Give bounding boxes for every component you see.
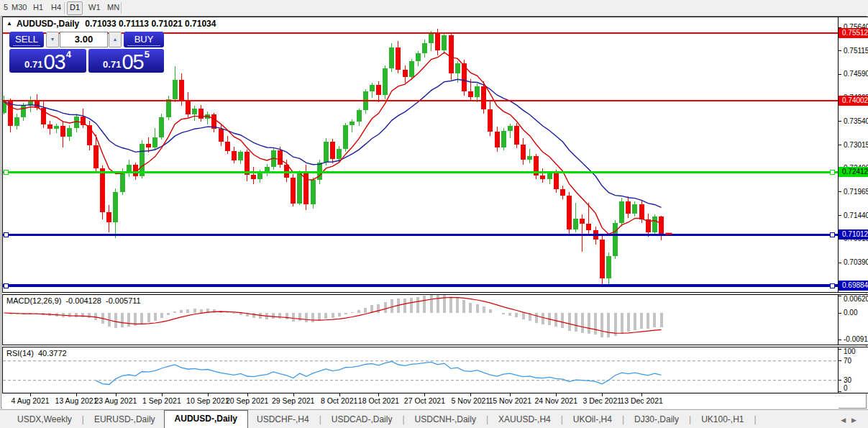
timeframe-button-H1[interactable]: H1 — [31, 1, 45, 14]
tab-scroll-arrows: ◀▶ — [841, 416, 862, 424]
chart-tab-eurusd-daily[interactable]: EURUSD-,Daily — [86, 411, 164, 428]
price-level-badge: 0.74002 — [839, 96, 868, 106]
tab-separator: | — [621, 411, 626, 428]
chart-tab-usdchf-h4[interactable]: USDCHF-,H4 — [248, 411, 318, 428]
price-tick — [839, 263, 841, 263]
collapse-arrow-icon[interactable]: ▲ — [6, 20, 12, 27]
volume-input[interactable]: 3.00 — [60, 32, 108, 47]
rsi-value: 40.3772 — [38, 349, 67, 358]
date-tick-label[interactable]: 13 Aug 2021 — [55, 396, 98, 405]
macd-tick-label: -0.00919 — [844, 335, 868, 343]
price-level-badge: 0.72412 — [839, 167, 868, 177]
buy-button[interactable]: BUY — [124, 32, 164, 47]
date-tick-label[interactable]: 10 Sep 2021 — [186, 396, 229, 405]
date-tick-label[interactable]: 13 Dec 2021 — [620, 396, 663, 405]
date-tick-label[interactable]: 3 Dec 2021 — [583, 396, 621, 405]
price-level-badge: 0.75512 — [839, 28, 868, 38]
price-tick-label: 0.73015 — [844, 141, 868, 149]
date-tick-label[interactable]: 1 Sep 2021 — [142, 396, 181, 405]
macd-name: MACD(12,26,9) — [6, 296, 61, 305]
bid-price-button[interactable]: 0.71034 — [9, 49, 86, 73]
rsi-pane[interactable]: RSI(14)40.3772 — [2, 347, 839, 393]
date-axis[interactable]: 4 Aug 202113 Aug 202123 Aug 20211 Sep 20… — [2, 393, 839, 409]
date-tick-label[interactable]: 23 Aug 2021 — [94, 396, 137, 405]
price-tick-label: 0.73540 — [844, 117, 868, 125]
chart-tab-usdcad-daily[interactable]: USDCAD-,Daily — [323, 411, 401, 428]
macd-pane[interactable]: MACD(12,26,9)-0.004128-0.005711 — [2, 294, 839, 345]
tab-scroll-right-icon[interactable]: ▶ — [851, 416, 862, 424]
macd-main-value: -0.004128 — [65, 296, 101, 305]
volume-increase-button[interactable]: ▲ — [109, 32, 122, 47]
ask-price-button[interactable]: 0.71055 — [88, 49, 164, 73]
sell-button-label: SELL — [15, 34, 38, 45]
price-tick — [839, 50, 841, 51]
chevron-up-icon: ▲ — [113, 37, 118, 42]
chart-tab-ukoil-h4[interactable]: UKOil-,H4 — [565, 411, 621, 428]
date-tick-label[interactable]: 4 Aug 2021 — [11, 396, 49, 405]
rsi-scale: 10070300 — [839, 347, 868, 393]
date-tick-label[interactable]: 27 Oct 2021 — [404, 396, 445, 405]
rsi-plot — [3, 347, 838, 396]
volume-decrease-button[interactable]: ▼ — [46, 32, 59, 47]
timeframe-button-D1[interactable]: D1 — [67, 1, 83, 15]
chart-tab-xauusd-h4[interactable]: XAUUSD-,H4 — [490, 411, 559, 428]
chart-symbol-label: AUDUSD-,Daily — [17, 19, 79, 29]
chart-tab-bar: USDX,Weekly|EURUSD-,DailyAUDUSD-,DailyUS… — [0, 409, 868, 428]
date-tick-label[interactable]: 8 Oct 2021 — [321, 396, 357, 405]
date-tick-label[interactable]: 15 Nov 2021 — [488, 396, 531, 405]
date-tick-label[interactable]: 18 Oct 2021 — [358, 396, 399, 405]
price-tick — [839, 215, 841, 216]
price-tick-label: 0.74590 — [844, 70, 868, 78]
price-tick-label: 0.71440 — [844, 211, 868, 219]
rsi-tick-label: 70 — [844, 357, 851, 365]
ask-pipette: 5 — [145, 49, 150, 60]
macd-tick-label: 0.006201 — [844, 295, 868, 303]
chart-title: ▲AUDUSD-,Daily0.71033 0.71113 0.71021 0.… — [6, 19, 216, 29]
date-tick-label[interactable]: 29 Sep 2021 — [272, 396, 315, 405]
timeframe-button-M30[interactable]: M30 — [9, 1, 29, 14]
price-tick-label: 0.75115 — [844, 47, 868, 55]
toolbar-separator — [121, 2, 122, 14]
macd-signal-value: -0.005711 — [106, 296, 141, 305]
chart-tab-dj30-daily[interactable]: DJ30-,Daily — [626, 411, 687, 428]
rsi-tick — [839, 380, 841, 381]
price-tick — [839, 74, 841, 75]
price-tick — [839, 145, 841, 145]
sell-underline — [13, 45, 40, 46]
date-tick-label[interactable]: 5 Nov 2021 — [452, 396, 490, 405]
rsi-tick — [839, 391, 841, 392]
rsi-tick-label: 30 — [844, 376, 851, 384]
price-scale[interactable]: 0.756400.751150.745900.740650.735400.730… — [839, 17, 868, 293]
date-tick-label[interactable]: 24 Nov 2021 — [534, 396, 577, 405]
tab-separator: | — [485, 411, 490, 428]
rsi-tick — [839, 360, 841, 361]
one-click-trading-panel: SELL ▼ 3.00 ▲ BUY 0.71034 0.71055 — [9, 32, 164, 73]
timeframe-button-W1[interactable]: W1 — [86, 1, 103, 14]
date-tick-label[interactable]: 20 Sep 2021 — [226, 396, 269, 405]
chart-tab-uk100-h1[interactable]: UK100-,H1 — [693, 411, 752, 428]
chart-tab-usdcnh-daily[interactable]: USDCNH-,Daily — [406, 411, 485, 428]
price-level-badge: 0.71012 — [839, 229, 868, 240]
chart-tab-usdx-weekly[interactable]: USDX,Weekly — [9, 411, 81, 428]
ask-prefix: 0.71 — [103, 59, 121, 70]
rsi-tick-label: 100 — [844, 347, 856, 355]
sell-button[interactable]: SELL — [9, 32, 44, 47]
trading-terminal: 5M30H1H4D1W1MN ▲AUDUSD-,Daily0.71033 0.7… — [0, 0, 868, 428]
macd-tick-label: 0.00 — [844, 309, 857, 317]
macd-scale: 0.0062010.00-0.00919 — [839, 294, 868, 345]
bid-prefix: 0.71 — [24, 59, 42, 70]
chart-ohlc-values: 0.71033 0.71113 0.71021 0.71034 — [85, 19, 216, 29]
tab-separator: | — [687, 411, 693, 428]
timeframe-button-MN[interactable]: MN — [105, 1, 122, 14]
tab-separator: | — [318, 411, 323, 428]
timeframe-button-H4[interactable]: H4 — [49, 1, 63, 14]
chart-tab-audusd-daily[interactable]: AUDUSD-,Daily — [164, 410, 248, 428]
buy-button-label: BUY — [134, 34, 154, 45]
macd-tick — [839, 340, 841, 340]
price-tick-label: 0.71965 — [844, 188, 868, 196]
price-tick — [839, 121, 841, 122]
rsi-name: RSI(14) — [6, 349, 34, 358]
tab-scroll-left-icon[interactable]: ◀ — [841, 416, 851, 424]
tab-separator: | — [81, 411, 86, 428]
ask-big-digits: 05 — [122, 52, 143, 73]
